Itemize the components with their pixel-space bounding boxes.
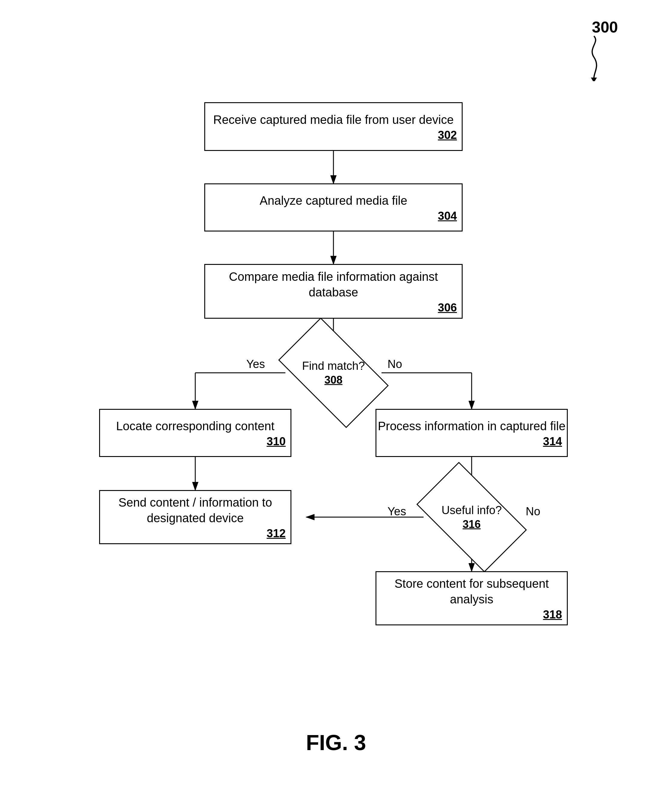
squiggle-icon [576, 33, 612, 81]
svg-marker-0 [591, 77, 597, 81]
box-302: Receive captured media file from user de… [204, 102, 462, 151]
page: 300 [0, 0, 672, 791]
box-312: Send content / information to designated… [99, 490, 291, 544]
diamond-308: Find match? 308 [285, 346, 381, 400]
flowchart: Receive captured media file from user de… [60, 84, 607, 716]
box-318: Store content for subsequent analysis 31… [376, 571, 568, 625]
figure-label: FIG. 3 [306, 730, 366, 755]
box-310: Locate corresponding content 310 [99, 409, 291, 457]
no-label-1: No [387, 358, 402, 371]
no-label-2: No [526, 505, 541, 518]
box-306: Compare media file information against d… [204, 264, 462, 319]
yes-label-1: Yes [246, 358, 265, 371]
box-304: Analyze captured media file 304 [204, 183, 462, 231]
yes-label-2: Yes [387, 505, 406, 518]
box-314: Process information in captured file 314 [376, 409, 568, 457]
diamond-316: Useful info? 316 [424, 490, 520, 544]
